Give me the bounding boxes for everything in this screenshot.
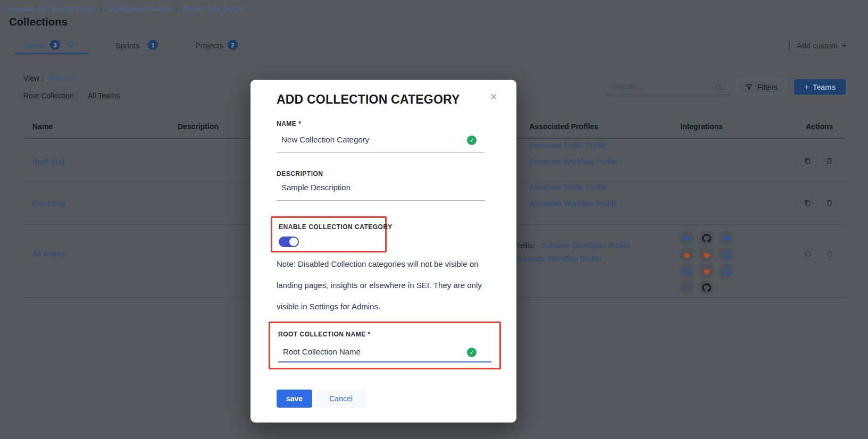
chevron-right-icon: › (100, 5, 103, 12)
trash-icon (825, 249, 834, 258)
description-field-label: DESCRIPTION (277, 170, 323, 178)
valid-check-icon: ✓ (467, 348, 477, 357)
tab-sprints-count-badge: 1 (148, 40, 158, 50)
row-name-link[interactable]: Back End (32, 157, 64, 166)
toggle-knob (289, 238, 298, 246)
trellis-profile-link[interactable]: Software Developer Profile (541, 241, 630, 250)
page-title: Collections (9, 16, 68, 28)
github-icon (699, 231, 714, 246)
name-field[interactable] (281, 135, 457, 144)
gitlab-icon (679, 247, 694, 262)
breadcrumb-account-link[interactable]: Account: SEI-Internal-Prod2 (9, 5, 95, 13)
delete-collection-button[interactable] (823, 247, 837, 260)
name-field-underline (277, 153, 485, 153)
save-button[interactable]: save (277, 390, 312, 408)
breadcrumb-org-link[interactable]: Organization: default (107, 5, 171, 13)
jira-icon (719, 231, 733, 246)
search-input[interactable] (606, 81, 730, 95)
breadcrumb: Account: SEI-Internal-Prod2 › Organizati… (9, 5, 244, 13)
add-collection-category-modal: ADD COLLECTION CATEGORY ✕ NAME * ✓ DESCR… (251, 80, 516, 423)
add-custom-label: Add custom (797, 41, 838, 50)
copy-icon (804, 157, 812, 165)
modal-title: ADD COLLECTION CATEGORY (277, 92, 460, 107)
tab-teams-count-badge: 3 (50, 40, 60, 50)
search-icon[interactable] (714, 83, 723, 94)
jira-icon (679, 231, 694, 246)
gear-icon[interactable]: ⚙ (66, 40, 74, 49)
associate-trellis-profile-link[interactable]: Associate Trellis Profile (529, 141, 606, 149)
trellis-prefix: Trellis: (513, 241, 535, 250)
column-header-integrations: Integrations (680, 122, 723, 131)
funnel-icon (745, 83, 753, 91)
cancel-button[interactable]: Cancel (316, 390, 365, 408)
column-header-description: Description (178, 122, 219, 131)
associate-workflow-profile-link[interactable]: Associate Workflow Profile (513, 255, 601, 263)
column-header-name: Name (32, 122, 53, 131)
azure-devops-icon (719, 247, 733, 262)
enable-category-label: ENABLE COLLECTION CATEGORY (279, 223, 393, 231)
copy-icon (804, 199, 812, 207)
tab-projects[interactable]: Projects (195, 41, 223, 50)
associate-workflow-profile-link[interactable]: Associate Workflow Profile (529, 199, 617, 208)
active-tab-indicator (14, 53, 89, 54)
enable-category-toggle[interactable] (279, 237, 299, 247)
trash-icon (825, 157, 833, 165)
view-flat-list-link[interactable]: Flat List (49, 74, 76, 82)
root-collection-label: Root Collection : (23, 91, 78, 100)
teams-button-label: Teams (813, 83, 836, 91)
clone-collection-button[interactable] (801, 247, 815, 260)
copy-icon (804, 249, 812, 258)
root-collection-highlight-box: ROOT COLLECTION NAME * ✓ (269, 322, 501, 369)
description-field[interactable] (281, 183, 457, 192)
tab-sprints[interactable]: Sprints (115, 41, 139, 50)
tabbar-divider (0, 55, 854, 55)
name-field-label: NAME * (277, 120, 301, 128)
associate-trellis-profile-link[interactable]: Associate Trellis Profile (529, 183, 606, 191)
root-collection-underline (278, 361, 491, 362)
enable-category-highlight-box: ENABLE COLLECTION CATEGORY (271, 216, 387, 252)
root-collection-field-label: ROOT COLLECTION NAME * (278, 331, 371, 338)
root-collection-field[interactable] (283, 347, 443, 356)
plus-icon: + (842, 40, 847, 51)
azure-devops-icon (719, 264, 733, 278)
tab-teams[interactable]: Teams (22, 41, 45, 50)
trash-icon (825, 199, 833, 207)
clone-collection-button[interactable] (799, 153, 816, 169)
row-name-link[interactable]: Front End (32, 199, 65, 208)
clone-collection-button[interactable] (799, 195, 816, 211)
delete-collection-button[interactable] (821, 195, 838, 211)
view-label: View : (23, 74, 44, 82)
filters-button[interactable]: Filters (737, 79, 786, 95)
gitlab-icon (699, 247, 714, 262)
tab-projects-count-badge: 2 (228, 40, 238, 50)
filters-label: Filters (757, 83, 778, 91)
chevron-right-icon: › (176, 5, 179, 12)
root-collection-value: All Teams (88, 91, 120, 100)
close-icon[interactable]: ✕ (490, 92, 497, 102)
valid-check-icon: ✓ (467, 136, 477, 145)
delete-collection-button[interactable] (821, 153, 838, 169)
associate-workflow-profile-link[interactable]: Associate Workflow Profile (529, 157, 617, 166)
add-custom-button[interactable]: Add custom + (797, 40, 847, 51)
sonarqube-icon (679, 280, 694, 295)
azure-devops-icon (679, 264, 694, 278)
github-icon (699, 280, 714, 295)
add-teams-button[interactable]: + Teams (794, 79, 846, 95)
column-header-associated-profiles: Associated Profiles (529, 122, 598, 131)
column-header-actions: Actions (806, 122, 833, 131)
description-field-underline (277, 200, 485, 201)
gitlab-icon (699, 264, 714, 278)
integration-icons (679, 231, 733, 295)
collections-screen: Account: SEI-Internal-Prod2 › Organizati… (0, 0, 868, 439)
plus-icon: + (804, 82, 809, 92)
disabled-category-note: Note: Disabled Collection categories wil… (277, 254, 496, 317)
breadcrumb-project-link[interactable]: Project: SEI_DOCS (183, 5, 243, 13)
row-name-link[interactable]: All Teams (32, 250, 64, 258)
tabbar-separator (789, 41, 790, 50)
